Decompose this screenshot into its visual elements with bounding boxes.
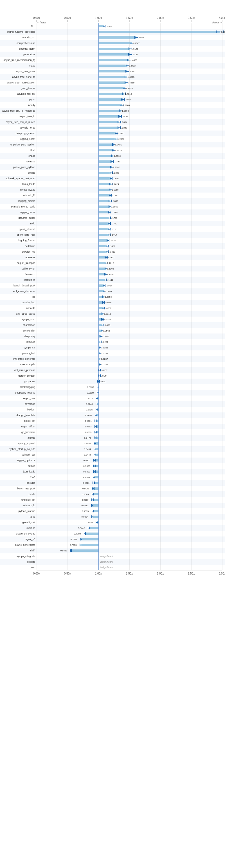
bench-value: 1.0810: [105, 301, 111, 304]
bottom-axis-tick-label: 2.50x: [188, 572, 195, 575]
table-row: regex_dna0.9775: [0, 396, 225, 401]
bench-label: xml_etree_generate: [0, 358, 37, 360]
error-bar: [95, 426, 97, 427]
bar-fill: [99, 172, 111, 174]
bench-label: genshi_text: [0, 352, 37, 354]
bench-value: 0.9462: [84, 442, 91, 445]
bar-fill: [99, 110, 121, 112]
bench-label: python_startup_no_site: [0, 448, 37, 451]
table-row: async_tree_io1.3489: [0, 114, 225, 119]
bench-value: 0.9552: [85, 425, 91, 428]
error-bar: [96, 522, 98, 523]
bench-value: 1.2024: [112, 183, 119, 186]
error-bar: [92, 488, 95, 489]
bench-label: unpickle_list: [0, 498, 37, 501]
error-bar: [93, 477, 95, 477]
bench-label: spectral_norm: [0, 48, 37, 50]
faster-label: ← faster: [37, 21, 46, 23]
bench-value: 1.0797: [105, 307, 111, 310]
axis-tick-label: 0.50x: [64, 17, 71, 20]
bench-value: 1.2199: [113, 160, 120, 163]
error-bar: [95, 432, 97, 432]
table-row: pidigitsinsignificant: [0, 559, 225, 565]
bench-label: asyncio_tcp: [0, 36, 37, 39]
table-row: sqlglot_parse1.1789: [0, 210, 225, 215]
table-row: go1.0850: [0, 294, 225, 300]
error-bar: [94, 455, 96, 455]
bench-label: sqlite_synth: [0, 267, 37, 270]
bench-label: go: [0, 296, 37, 298]
bench-value: 1.1413: [108, 251, 115, 253]
table-row: unpickle0.8442: [0, 525, 225, 531]
bar-fill: [99, 132, 116, 134]
bar-fill: [99, 149, 114, 151]
bench-label: async_tree_none: [0, 70, 37, 73]
table-row: bench_thread_pool1.0914: [0, 283, 225, 288]
bench-label: nbody: [0, 104, 37, 106]
bench-value: 1.1747: [110, 222, 117, 225]
table-row: pickle_pure_python1.2162: [0, 164, 225, 170]
error-bar: [96, 404, 98, 404]
table-row: deepcopy_reduce0.9929: [0, 390, 225, 396]
bench-value: 0.9362: [83, 459, 90, 462]
bench-label: html5lib: [0, 341, 37, 343]
error-bar: [97, 387, 100, 388]
insignificant-label: insignificant: [100, 555, 113, 558]
table-row: unpickle_pure_python1.2481: [0, 142, 225, 148]
table-row: scimark_sparse_mat_mult1.2045: [0, 176, 225, 181]
bar-fill: [99, 87, 124, 89]
table-row: typing_runtime_protocols2.9615: [0, 29, 225, 35]
bench-label: nqueens: [0, 256, 37, 259]
table-row: deltablue1.1431: [0, 243, 225, 249]
bench-label: ALL: [0, 25, 37, 28]
bar-fill: [85, 532, 99, 535]
bench-label: meteor_contest: [0, 374, 37, 377]
table-row: sympy_sum1.0675: [0, 317, 225, 322]
bar-fill: [99, 121, 119, 123]
bench-value: 1.2481: [115, 144, 122, 146]
bench-value: 1.0850: [105, 296, 112, 298]
bench-label: pickle_pure_python: [0, 166, 37, 168]
bench-value: 1.0157: [101, 369, 107, 372]
table-row: spectral_norm1.5146: [0, 46, 225, 52]
bottom-axis-tick-label: 0.00x: [33, 572, 40, 575]
bench-value: 1.3604: [122, 110, 128, 112]
bench-label: mdp: [0, 222, 37, 225]
bar-fill: [99, 76, 126, 78]
bench-value: 1.0265: [101, 346, 108, 349]
bar-fill: [81, 538, 99, 540]
bar-fill: [99, 48, 130, 50]
table-row: chaos1.2310: [0, 153, 225, 159]
bench-label: unpickle: [0, 527, 37, 529]
axis-tick-label: 3.00x: [219, 17, 225, 20]
bench-label: async_generators: [0, 544, 37, 546]
bench-label: pyflate: [0, 172, 37, 174]
bench-value: 1.1206: [107, 268, 114, 270]
bench-label: xml_etree_parse: [0, 312, 37, 315]
table-row: fannkuch1.1197: [0, 272, 225, 277]
bench-value: 1.0291: [101, 341, 108, 343]
table-row: chameleon1.0620: [0, 322, 225, 328]
bench-value: 0.9561: [85, 420, 91, 422]
bench-value: 0.9089: [82, 493, 88, 496]
bench-label: scimark_lu: [0, 504, 37, 507]
bar-fill: [99, 200, 110, 202]
table-row: deepcopy1.0400: [0, 334, 225, 339]
bench-value: 1.3489: [121, 115, 128, 118]
bench-label: json_dumps: [0, 87, 37, 90]
table-row: sqlite_synth1.1206: [0, 266, 225, 272]
table-row: xml_etree_iterparse1.0884: [0, 288, 225, 294]
table-row: pickle_list0.9561: [0, 418, 225, 424]
table-row: mako1.4703: [0, 63, 225, 68]
bar-fill: [99, 42, 132, 44]
bench-value: 1.0884: [105, 290, 112, 292]
error-bar: [70, 550, 72, 551]
bench-value: 0.9775: [86, 397, 93, 400]
bench-label: fannkuch: [0, 273, 37, 276]
error-bar: [91, 500, 93, 500]
bench-value: 1.5146: [132, 48, 138, 50]
bench-value: 1.1431: [108, 245, 115, 248]
error-bar: [94, 449, 96, 450]
bench-label: scimark_fft: [0, 194, 37, 197]
bench-value: 1.0923: [105, 25, 112, 28]
